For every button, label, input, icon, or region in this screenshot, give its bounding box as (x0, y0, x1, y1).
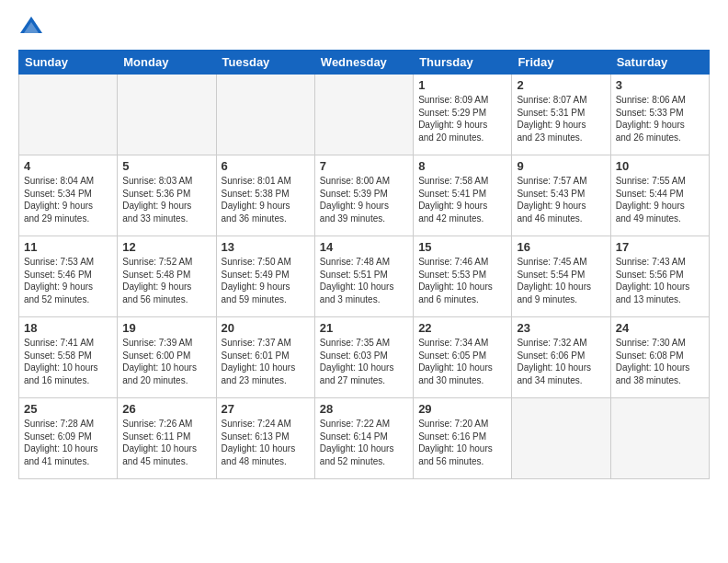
day-number: 5 (122, 159, 210, 173)
day-number: 22 (418, 321, 506, 335)
day-info: Sunrise: 7:58 AM Sunset: 5:41 PM Dayligh… (418, 175, 506, 224)
day-info: Sunrise: 7:57 AM Sunset: 5:43 PM Dayligh… (517, 175, 605, 224)
day-number: 4 (24, 159, 112, 173)
day-info: Sunrise: 8:06 AM Sunset: 5:33 PM Dayligh… (616, 94, 704, 144)
calendar-week-5: 25Sunrise: 7:28 AM Sunset: 6:09 PM Dayli… (19, 398, 710, 479)
day-info: Sunrise: 7:53 AM Sunset: 5:46 PM Dayligh… (24, 256, 112, 305)
day-number: 17 (616, 240, 704, 254)
day-info: Sunrise: 7:41 AM Sunset: 5:58 PM Dayligh… (24, 337, 112, 386)
header (18, 15, 710, 40)
calendar-cell: 27Sunrise: 7:24 AM Sunset: 6:13 PM Dayli… (216, 398, 314, 479)
header-thursday: Thursday (414, 51, 512, 75)
calendar-cell: 18Sunrise: 7:41 AM Sunset: 5:58 PM Dayli… (19, 317, 118, 398)
day-info: Sunrise: 8:04 AM Sunset: 5:34 PM Dayligh… (24, 175, 112, 224)
day-info: Sunrise: 7:39 AM Sunset: 6:00 PM Dayligh… (122, 337, 210, 386)
calendar-week-4: 18Sunrise: 7:41 AM Sunset: 5:58 PM Dayli… (19, 317, 710, 398)
day-info: Sunrise: 7:24 AM Sunset: 6:13 PM Dayligh… (222, 418, 310, 467)
calendar-cell (314, 75, 413, 155)
page-container: SundayMondayTuesdayWednesdayThursdayFrid… (0, 0, 728, 488)
calendar-cell: 21Sunrise: 7:35 AM Sunset: 6:03 PM Dayli… (314, 317, 413, 398)
day-number: 10 (616, 159, 704, 173)
day-number: 20 (222, 321, 310, 335)
calendar-cell: 17Sunrise: 7:43 AM Sunset: 5:56 PM Dayli… (610, 236, 709, 317)
calendar-cell (216, 75, 314, 155)
day-number: 8 (418, 159, 506, 173)
day-info: Sunrise: 8:09 AM Sunset: 5:29 PM Dayligh… (418, 94, 506, 144)
day-number: 26 (122, 402, 210, 416)
calendar-cell: 3Sunrise: 8:06 AM Sunset: 5:33 PM Daylig… (610, 75, 709, 155)
day-info: Sunrise: 7:43 AM Sunset: 5:56 PM Dayligh… (616, 256, 704, 305)
header-tuesday: Tuesday (216, 51, 314, 75)
day-info: Sunrise: 7:32 AM Sunset: 6:06 PM Dayligh… (517, 337, 605, 386)
calendar-week-1: 1Sunrise: 8:09 AM Sunset: 5:29 PM Daylig… (19, 75, 710, 155)
logo (18, 15, 48, 40)
calendar-header-row: SundayMondayTuesdayWednesdayThursdayFrid… (19, 51, 710, 75)
day-info: Sunrise: 7:48 AM Sunset: 5:51 PM Dayligh… (320, 256, 408, 305)
day-info: Sunrise: 8:00 AM Sunset: 5:39 PM Dayligh… (320, 175, 408, 224)
day-info: Sunrise: 7:30 AM Sunset: 6:08 PM Dayligh… (616, 337, 704, 386)
calendar-cell: 25Sunrise: 7:28 AM Sunset: 6:09 PM Dayli… (19, 398, 118, 479)
day-info: Sunrise: 7:50 AM Sunset: 5:49 PM Dayligh… (222, 256, 310, 305)
day-number: 27 (222, 402, 310, 416)
calendar-cell: 2Sunrise: 8:07 AM Sunset: 5:31 PM Daylig… (512, 75, 610, 155)
day-number: 15 (418, 240, 506, 254)
calendar-table: SundayMondayTuesdayWednesdayThursdayFrid… (18, 50, 710, 479)
day-info: Sunrise: 7:22 AM Sunset: 6:14 PM Dayligh… (320, 418, 408, 467)
day-number: 7 (320, 159, 408, 173)
day-info: Sunrise: 7:55 AM Sunset: 5:44 PM Dayligh… (616, 175, 704, 224)
day-number: 13 (222, 240, 310, 254)
day-number: 29 (418, 402, 506, 416)
calendar-cell: 22Sunrise: 7:34 AM Sunset: 6:05 PM Dayli… (414, 317, 512, 398)
day-info: Sunrise: 7:28 AM Sunset: 6:09 PM Dayligh… (24, 418, 112, 467)
calendar-week-2: 4Sunrise: 8:04 AM Sunset: 5:34 PM Daylig… (19, 155, 710, 236)
calendar-cell: 9Sunrise: 7:57 AM Sunset: 5:43 PM Daylig… (512, 155, 610, 236)
day-info: Sunrise: 7:46 AM Sunset: 5:53 PM Dayligh… (418, 256, 506, 305)
day-number: 23 (517, 321, 605, 335)
day-number: 19 (122, 321, 210, 335)
day-number: 18 (24, 321, 112, 335)
calendar-cell: 26Sunrise: 7:26 AM Sunset: 6:11 PM Dayli… (118, 398, 216, 479)
header-friday: Friday (512, 51, 610, 75)
day-number: 14 (320, 240, 408, 254)
calendar-cell (118, 75, 216, 155)
day-info: Sunrise: 7:52 AM Sunset: 5:48 PM Dayligh… (122, 256, 210, 305)
day-number: 24 (616, 321, 704, 335)
day-info: Sunrise: 8:03 AM Sunset: 5:36 PM Dayligh… (122, 175, 210, 224)
day-number: 25 (24, 402, 112, 416)
calendar-cell: 15Sunrise: 7:46 AM Sunset: 5:53 PM Dayli… (414, 236, 512, 317)
day-info: Sunrise: 7:20 AM Sunset: 6:16 PM Dayligh… (418, 418, 506, 467)
calendar-cell: 20Sunrise: 7:37 AM Sunset: 6:01 PM Dayli… (216, 317, 314, 398)
calendar-cell: 29Sunrise: 7:20 AM Sunset: 6:16 PM Dayli… (414, 398, 512, 479)
calendar-cell: 6Sunrise: 8:01 AM Sunset: 5:38 PM Daylig… (216, 155, 314, 236)
calendar-cell: 28Sunrise: 7:22 AM Sunset: 6:14 PM Dayli… (314, 398, 413, 479)
day-number: 9 (517, 159, 605, 173)
calendar-cell (610, 398, 709, 479)
calendar-cell (19, 75, 118, 155)
calendar-cell: 8Sunrise: 7:58 AM Sunset: 5:41 PM Daylig… (414, 155, 512, 236)
calendar-cell: 12Sunrise: 7:52 AM Sunset: 5:48 PM Dayli… (118, 236, 216, 317)
day-info: Sunrise: 7:45 AM Sunset: 5:54 PM Dayligh… (517, 256, 605, 305)
day-info: Sunrise: 7:35 AM Sunset: 6:03 PM Dayligh… (320, 337, 408, 386)
header-wednesday: Wednesday (314, 51, 413, 75)
day-info: Sunrise: 8:01 AM Sunset: 5:38 PM Dayligh… (222, 175, 310, 224)
calendar-cell: 16Sunrise: 7:45 AM Sunset: 5:54 PM Dayli… (512, 236, 610, 317)
logo-icon (18, 15, 44, 40)
day-number: 21 (320, 321, 408, 335)
day-info: Sunrise: 7:26 AM Sunset: 6:11 PM Dayligh… (122, 418, 210, 467)
calendar-cell: 24Sunrise: 7:30 AM Sunset: 6:08 PM Dayli… (610, 317, 709, 398)
header-saturday: Saturday (610, 51, 709, 75)
day-number: 1 (418, 78, 506, 92)
calendar-cell: 10Sunrise: 7:55 AM Sunset: 5:44 PM Dayli… (610, 155, 709, 236)
day-info: Sunrise: 7:34 AM Sunset: 6:05 PM Dayligh… (418, 337, 506, 386)
header-sunday: Sunday (19, 51, 118, 75)
calendar-cell: 14Sunrise: 7:48 AM Sunset: 5:51 PM Dayli… (314, 236, 413, 317)
calendar-cell: 1Sunrise: 8:09 AM Sunset: 5:29 PM Daylig… (414, 75, 512, 155)
day-number: 3 (616, 78, 704, 92)
day-info: Sunrise: 7:37 AM Sunset: 6:01 PM Dayligh… (222, 337, 310, 386)
day-number: 16 (517, 240, 605, 254)
calendar-cell: 4Sunrise: 8:04 AM Sunset: 5:34 PM Daylig… (19, 155, 118, 236)
day-number: 28 (320, 402, 408, 416)
calendar-cell: 11Sunrise: 7:53 AM Sunset: 5:46 PM Dayli… (19, 236, 118, 317)
calendar-cell: 19Sunrise: 7:39 AM Sunset: 6:00 PM Dayli… (118, 317, 216, 398)
day-number: 2 (517, 78, 605, 92)
